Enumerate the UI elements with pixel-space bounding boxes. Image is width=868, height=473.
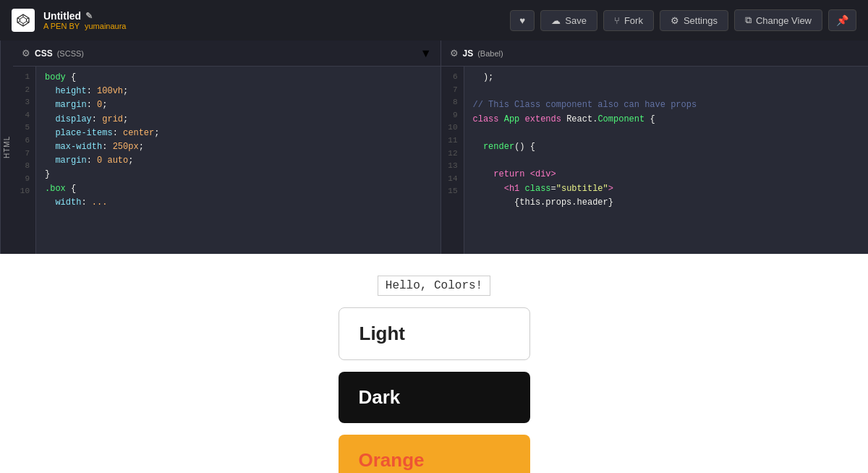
js-code-content[interactable]: ); // This Class component also can have… <box>464 67 869 254</box>
fork-label: Fork <box>624 15 643 26</box>
pin-button[interactable]: 📌 <box>828 9 856 31</box>
css-tab-label: ⚙ CSS (SCSS) <box>22 48 84 59</box>
gear-icon: ⚙ <box>671 15 679 26</box>
js-lang: JS <box>463 48 474 59</box>
preview-title: Hello, Colors! <box>378 276 490 296</box>
cloud-icon: ☁ <box>551 15 561 26</box>
js-tab-bar: ⚙ JS (Babel) <box>441 41 869 67</box>
pen-subtitle: A PEN BY yumainaura <box>43 22 501 30</box>
pen-title: Untitled ✎ <box>43 10 501 22</box>
css-line-numbers: 12345 678910 <box>13 67 36 254</box>
css-code-content[interactable]: body { height: 100vh; margin: 0; display… <box>36 67 441 254</box>
light-label: Light <box>359 323 406 344</box>
svg-marker-1 <box>20 17 27 24</box>
preview-orange-box: Orange <box>339 435 530 473</box>
change-view-label: Change View <box>756 15 812 26</box>
change-view-icon: ⧉ <box>745 14 752 26</box>
css-tab-bar: ⚙ CSS (SCSS) ▼ <box>13 41 441 67</box>
js-tab-label: ⚙ JS (Babel) <box>450 48 503 59</box>
css-editor-pane: ⚙ CSS (SCSS) ▼ 12345 678910 body { heigh… <box>13 41 441 254</box>
subtitle-prefix: A PEN BY <box>43 22 80 30</box>
html-side-label: HTML <box>0 41 13 254</box>
pin-icon: 📌 <box>836 14 848 26</box>
settings-label: Settings <box>684 15 718 26</box>
css-chevron-icon[interactable]: ▼ <box>420 47 432 60</box>
change-view-button[interactable]: ⧉ Change View <box>734 9 822 31</box>
js-editor-body[interactable]: 678910 1112131415 ); // This Class compo… <box>441 67 869 254</box>
heart-icon: ♥ <box>519 15 525 26</box>
codepen-logo <box>12 9 35 32</box>
fork-button[interactable]: ⑂ Fork <box>603 10 654 31</box>
topbar: Untitled ✎ A PEN BY yumainaura ♥ ☁ Save … <box>0 0 868 41</box>
settings-button[interactable]: ⚙ Settings <box>660 10 728 31</box>
save-button[interactable]: ☁ Save <box>540 10 597 31</box>
fork-icon: ⑂ <box>614 15 620 26</box>
dark-label: Dark <box>359 386 401 408</box>
editors-wrapper: HTML ⚙ CSS (SCSS) ▼ 12345 678910 body { … <box>0 41 868 254</box>
js-line-numbers: 678910 1112131415 <box>441 67 464 254</box>
toolbar-actions: ♥ ☁ Save ⑂ Fork ⚙ Settings ⧉ Change View… <box>510 9 856 31</box>
css-editor-body[interactable]: 12345 678910 body { height: 100vh; margi… <box>13 67 441 254</box>
js-sublang: (Babel) <box>477 49 503 58</box>
css-sublang: (SCSS) <box>57 49 84 58</box>
heart-button[interactable]: ♥ <box>510 10 535 31</box>
preview-dark-box: Dark <box>339 372 530 423</box>
js-editor-pane: ⚙ JS (Babel) 678910 1112131415 ); // Thi… <box>441 41 869 254</box>
author-name[interactable]: yumainaura <box>85 22 126 30</box>
preview-area: Hello, Colors! Light Dark Orange <box>0 254 868 473</box>
preview-light-box: Light <box>339 307 530 360</box>
title-text: Untitled <box>43 10 81 22</box>
save-label: Save <box>565 15 587 26</box>
edit-icon[interactable]: ✎ <box>85 11 93 21</box>
css-gear-icon[interactable]: ⚙ <box>22 48 30 59</box>
title-area: Untitled ✎ A PEN BY yumainaura <box>43 10 501 30</box>
css-lang: CSS <box>35 48 53 59</box>
js-gear-icon[interactable]: ⚙ <box>450 48 459 59</box>
orange-label: Orange <box>359 449 425 471</box>
